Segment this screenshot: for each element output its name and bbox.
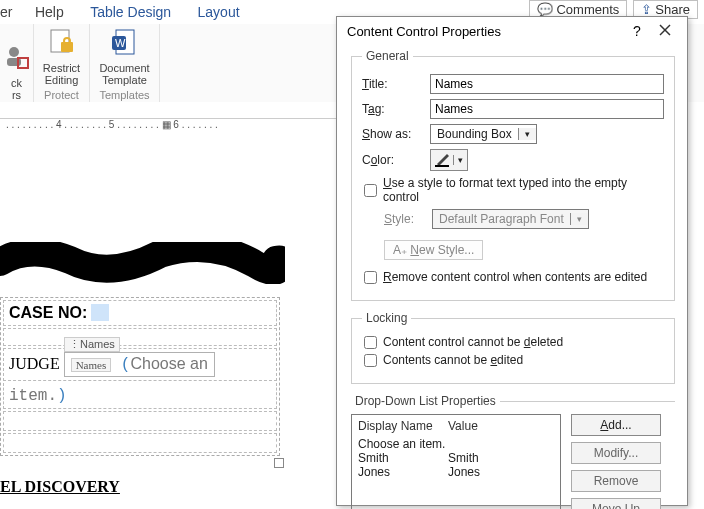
template-line2: Template — [102, 74, 147, 86]
locking-group: Locking Content control cannot be delete… — [351, 311, 675, 384]
title-label: Title: — [362, 77, 422, 91]
remove-cc-label: Remove content control when contents are… — [383, 270, 647, 284]
restrict-line2: Editing — [45, 74, 79, 86]
template-line1: Document — [99, 62, 149, 74]
table-resize-handle[interactable] — [274, 458, 284, 468]
block-authors-partial[interactable]: ckrs — [0, 24, 34, 102]
handle-left: ( — [121, 356, 131, 374]
block-line1: ck — [11, 77, 22, 89]
hdr-display-name: Display Name — [358, 419, 448, 433]
judge-content-control[interactable]: Names (Choose an — [64, 352, 215, 377]
general-legend: General — [362, 49, 413, 63]
showas-label: Show as: — [362, 127, 422, 141]
block-person-icon — [1, 41, 33, 73]
hdr-value: Value — [448, 419, 478, 433]
names-tag-text: Names — [80, 338, 115, 350]
svg-text:W: W — [115, 37, 126, 49]
tab-developer-partial[interactable]: er — [0, 4, 12, 20]
close-icon — [659, 24, 671, 36]
comments-label: Comments — [556, 2, 619, 17]
use-style-checkbox[interactable] — [364, 184, 377, 197]
dropdown-legend: Drop-Down List Properties — [351, 394, 500, 408]
help-button[interactable]: ? — [623, 23, 651, 39]
general-group: General Title: Tag: Show as: Bounding Bo… — [351, 49, 675, 301]
svg-point-0 — [9, 47, 19, 57]
share-icon: ⇪ — [641, 2, 652, 17]
style-value: Default Paragraph Font — [433, 211, 570, 227]
use-style-label: Use a style to format text typed into th… — [383, 176, 664, 204]
placeholder-2: item. — [9, 387, 57, 405]
lock-page-icon — [46, 28, 78, 58]
tab-table-design[interactable]: Table Design — [90, 4, 171, 20]
showas-value: Bounding Box — [431, 126, 518, 142]
remove-button: Remove — [571, 470, 661, 492]
word-template-icon: W — [109, 28, 141, 58]
dialog-title: Content Control Properties — [347, 24, 623, 39]
placeholder-1: Choose an — [130, 355, 207, 372]
move-up-button: Move Up — [571, 498, 661, 509]
dropdown-group: Drop-Down List Properties Display Name V… — [351, 394, 675, 509]
style-combo: Default Paragraph Font ▾ — [432, 209, 589, 229]
dropdown-listbox[interactable]: Display Name Value Choose an item. Smith… — [351, 414, 561, 509]
chevron-down-icon: ▾ — [453, 155, 467, 165]
tag-label: Tag: — [362, 102, 422, 116]
tab-help[interactable]: Help — [35, 4, 64, 20]
tag-input[interactable] — [430, 99, 664, 119]
document-area[interactable]: ⋮Names CASE NO: JUDGE Names (Choose an i… — [0, 142, 338, 509]
dialog-titlebar[interactable]: Content Control Properties ? — [337, 17, 687, 45]
color-label: Color: — [362, 153, 422, 167]
title-input[interactable] — [430, 74, 664, 94]
chevron-down-icon: ▾ — [518, 128, 536, 140]
redaction-scribble — [0, 242, 285, 282]
list-item[interactable]: Choose an item. — [358, 437, 554, 451]
comment-icon: 💬 — [537, 2, 553, 17]
case-no-label: CASE NO: — [9, 304, 87, 321]
showas-combo[interactable]: Bounding Box ▾ — [430, 124, 537, 144]
document-table: CASE NO: JUDGE Names (Choose an item.) — [0, 297, 280, 456]
svg-rect-11 — [435, 165, 449, 167]
list-buttons: Add... Modify... Remove Move Up Move Dow… — [571, 414, 661, 509]
color-picker[interactable]: ▾ — [430, 149, 468, 171]
restrict-editing-button[interactable]: RestrictEditing Protect — [34, 24, 90, 102]
names-tag-inline: Names — [71, 358, 112, 372]
no-edit-label: Contents cannot be edited — [383, 353, 523, 367]
chevron-down-icon: ▾ — [570, 213, 588, 225]
new-style-button: A₊ New Style... — [384, 240, 483, 260]
share-label: Share — [655, 2, 690, 17]
restrict-line1: Restrict — [43, 62, 80, 74]
templates-caption: Templates — [99, 89, 149, 101]
content-control-properties-dialog: Content Control Properties ? General Tit… — [336, 16, 688, 506]
block-line2: rs — [12, 89, 21, 101]
document-template-button[interactable]: W DocumentTemplate Templates — [90, 24, 160, 102]
remove-cc-checkbox[interactable] — [364, 271, 377, 284]
protect-caption: Protect — [44, 89, 79, 101]
discovery-heading: EL DISCOVERY — [0, 478, 120, 496]
list-item[interactable]: Jones Jones — [358, 465, 554, 479]
list-item[interactable]: Smith Smith — [358, 451, 554, 465]
close-button[interactable] — [651, 23, 679, 39]
judge-label: JUDGE — [9, 355, 60, 372]
tab-layout[interactable]: Layout — [198, 4, 240, 20]
modify-button: Modify... — [571, 442, 661, 464]
no-delete-checkbox[interactable] — [364, 336, 377, 349]
font-color-icon — [434, 151, 450, 170]
style-label: Style: — [384, 212, 424, 226]
no-edit-checkbox[interactable] — [364, 354, 377, 367]
case-no-selection[interactable] — [91, 304, 109, 321]
locking-legend: Locking — [362, 311, 411, 325]
handle-right: ) — [57, 387, 67, 405]
ruler[interactable]: . . . . . . . . . 4 . . . . . . . . 5 . … — [0, 118, 338, 138]
no-delete-label: Content control cannot be deleted — [383, 335, 563, 349]
names-tag-float[interactable]: ⋮Names — [64, 337, 120, 352]
add-button[interactable]: Add... — [571, 414, 661, 436]
